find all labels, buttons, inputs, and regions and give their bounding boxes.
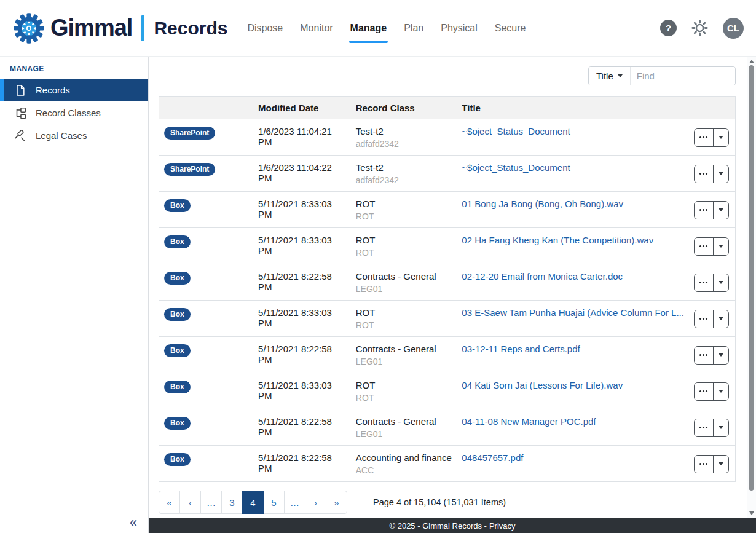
row-more-button[interactable]: [695, 347, 714, 364]
record-title-link[interactable]: 01 Bong Ja Bong (Bong, Oh Bong).wav: [462, 199, 623, 209]
main-content: Title Modified Date Record Class Title: [149, 57, 756, 533]
record-title-link[interactable]: 02-12-20 Email from Monica Carter.doc: [462, 271, 623, 282]
record-class-code: ROT: [356, 248, 452, 258]
nav-manage[interactable]: Manage: [350, 23, 387, 34]
row-dropdown-button[interactable]: [714, 129, 728, 146]
source-badge[interactable]: SharePoint: [164, 127, 215, 140]
row-action-group: [694, 419, 729, 437]
record-class: Contracts - General: [356, 416, 452, 427]
source-badge[interactable]: Box: [164, 272, 191, 285]
page-button-ellipsis-back[interactable]: …: [200, 491, 222, 514]
privacy-link[interactable]: Privacy: [489, 521, 516, 531]
row-more-button[interactable]: [695, 383, 714, 400]
scroll-down-icon[interactable]: [749, 511, 754, 515]
nav-secure[interactable]: Secure: [495, 23, 526, 34]
record-title-link[interactable]: 02 Ha Fang Kheng Kan (The Competition).w…: [462, 235, 653, 245]
sidebar-item-records[interactable]: Records: [0, 79, 148, 101]
source-badge[interactable]: Box: [164, 308, 191, 321]
table-row: Box 5/11/2021 8:33:03 PM ROT ROT 03 E-Sa…: [159, 301, 736, 337]
record-title-link[interactable]: ~$oject_Status_Document: [462, 126, 570, 136]
chevron-down-icon: [719, 317, 723, 320]
table-header-row: Modified Date Record Class Title: [159, 97, 736, 119]
row-dropdown-button[interactable]: [714, 419, 728, 436]
row-dropdown-button[interactable]: [714, 274, 728, 291]
row-more-button[interactable]: [695, 310, 714, 328]
record-title-link[interactable]: 03-12-11 Reps and Certs.pdf: [462, 344, 580, 354]
chevron-down-icon: [719, 208, 723, 211]
row-more-button[interactable]: [695, 129, 714, 146]
row-dropdown-button[interactable]: [714, 347, 728, 364]
row-dropdown-button[interactable]: [714, 456, 728, 473]
record-title-link[interactable]: 04-11-08 New Manager POC.pdf: [462, 416, 596, 427]
source-badge[interactable]: Box: [164, 417, 191, 430]
record-title-link[interactable]: 03 E-Saew Tam Punha Huajai (Advice Colum…: [462, 307, 684, 318]
row-more-button[interactable]: [695, 274, 714, 291]
source-badge[interactable]: SharePoint: [164, 163, 215, 176]
row-action-group: [694, 382, 729, 401]
record-class: Test-t2: [356, 162, 452, 173]
nav-dispose[interactable]: Dispose: [247, 23, 283, 34]
help-icon[interactable]: ?: [660, 20, 677, 36]
table-row: Box 5/11/2021 8:22:58 PM Contracts - Gen…: [159, 264, 736, 301]
app-header: Gimmal Records DisposeMonitorManagePlanP…: [0, 0, 756, 57]
record-class: Contracts - General: [356, 344, 452, 354]
settings-gear-icon[interactable]: [691, 20, 708, 36]
scroll-up-icon[interactable]: [749, 60, 754, 63]
user-avatar[interactable]: CL: [723, 18, 744, 39]
row-dropdown-button[interactable]: [714, 383, 728, 400]
vertical-scrollbar[interactable]: [747, 57, 756, 518]
table-row: Box 5/11/2021 8:22:58 PM Accounting and …: [159, 446, 736, 482]
source-badge[interactable]: Box: [164, 199, 191, 212]
nav-monitor[interactable]: Monitor: [300, 23, 333, 34]
find-input[interactable]: [631, 67, 736, 85]
sidebar-item-label: Record Classes: [36, 108, 101, 118]
modified-date: 5/11/2021 8:33:03 PM: [253, 192, 351, 228]
record-title-link[interactable]: 04 Kati Sorn Jai (Lessons For Life).wav: [462, 380, 623, 390]
page-button-previous[interactable]: ‹: [179, 491, 201, 514]
source-badge[interactable]: Box: [164, 235, 191, 248]
modified-date: 5/11/2021 8:22:58 PM: [253, 409, 351, 446]
row-dropdown-button[interactable]: [714, 310, 728, 328]
row-more-button[interactable]: [695, 456, 714, 473]
row-more-button[interactable]: [695, 202, 714, 219]
col-modified-date: Modified Date: [253, 97, 351, 119]
source-badge[interactable]: Box: [164, 344, 191, 357]
row-action-group: [694, 274, 729, 292]
row-more-button[interactable]: [695, 419, 714, 436]
sidebar-collapse-button[interactable]: «: [130, 515, 137, 531]
row-more-button[interactable]: [695, 165, 714, 183]
row-more-button[interactable]: [695, 238, 714, 255]
chevron-down-icon: [719, 281, 723, 284]
source-badge[interactable]: Box: [164, 453, 191, 466]
page-button-ellipsis-forward[interactable]: …: [284, 491, 305, 514]
page-button-page-3[interactable]: 3: [221, 491, 243, 514]
row-dropdown-button[interactable]: [714, 238, 728, 255]
table-row: Box 5/11/2021 8:22:58 PM Contracts - Gen…: [159, 337, 736, 373]
filter-field-dropdown[interactable]: Title: [589, 67, 631, 85]
record-class-code: LEG01: [356, 357, 452, 366]
page-button-first[interactable]: «: [159, 491, 180, 514]
page-button-page-4[interactable]: 4: [242, 491, 264, 514]
record-title-link[interactable]: 048457657.pdf: [462, 452, 523, 463]
record-title-link[interactable]: ~$oject_Status_Document: [462, 162, 570, 173]
nav-physical[interactable]: Physical: [441, 23, 478, 34]
page-button-next[interactable]: ›: [305, 491, 326, 514]
footer: © 2025 - Gimmal Records - Privacy: [149, 518, 756, 533]
col-actions: [689, 97, 736, 119]
source-badge[interactable]: Box: [164, 381, 191, 393]
page-button-last[interactable]: »: [326, 491, 347, 514]
copyright-text: © 2025 - Gimmal Records -: [389, 521, 486, 531]
chevron-down-icon: [719, 245, 723, 248]
scrollbar-thumb[interactable]: [749, 65, 754, 491]
table-row: Box 5/11/2021 8:22:58 PM Contracts - Gen…: [159, 409, 736, 446]
row-dropdown-button[interactable]: [714, 202, 728, 219]
modified-date: 1/6/2023 11:04:22 PM: [253, 156, 351, 192]
row-action-group: [694, 310, 729, 328]
filter-field-label: Title: [596, 71, 613, 81]
table-row: Box 5/11/2021 8:33:03 PM ROT ROT 04 Kati…: [159, 373, 736, 409]
page-button-page-5[interactable]: 5: [263, 491, 285, 514]
sidebar-item-record-classes[interactable]: Record Classes: [0, 101, 148, 124]
sidebar-item-legal-cases[interactable]: Legal Cases: [0, 124, 148, 147]
nav-plan[interactable]: Plan: [404, 23, 423, 34]
row-dropdown-button[interactable]: [714, 165, 728, 183]
